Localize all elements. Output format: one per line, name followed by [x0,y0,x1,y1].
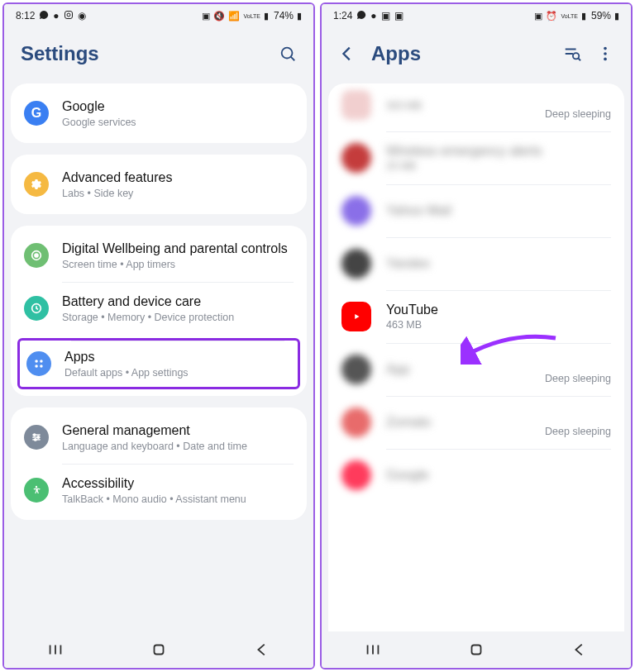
svg-line-26 [578,59,580,61]
status-badge: Deep sleeping [545,108,611,120]
android-navbar [322,631,631,668]
svg-point-10 [35,365,38,368]
app-row[interactable]: Yandex [328,237,624,290]
volte-icon: VoLTE [561,13,578,19]
app-icon [341,196,371,226]
chat-icon: ● [53,10,59,21]
wifi-icon: 📶 [228,11,240,21]
apps-header: Apps [322,27,631,83]
apps-icon [26,351,51,376]
instagram-icon [64,10,74,22]
app-row[interactable]: Zomato Deep sleeping [328,396,624,449]
settings-item-battery-care[interactable]: Battery and device care Storage • Memory… [11,282,307,335]
gear-icon [24,172,49,197]
image-icon: ▣ [394,10,403,21]
home-button[interactable] [150,641,168,659]
accessibility-icon [24,478,49,503]
device-care-icon [24,296,49,321]
app-icon [341,249,371,279]
google-icon: G [24,101,49,126]
settings-item-apps[interactable]: Apps Default apps • App settings [17,338,300,389]
svg-point-15 [34,434,36,436]
signal-icon: ▮ [581,11,586,21]
svg-point-25 [573,53,579,59]
battery-text: 74% [274,10,294,21]
whatsapp-icon [39,10,49,22]
svg-point-27 [604,47,607,50]
settings-item-google[interactable]: G Google Google services [11,87,307,140]
svg-point-16 [37,436,39,438]
svg-rect-22 [154,646,163,655]
status-badge: Deep sleeping [545,373,611,384]
home-button[interactable] [467,641,485,659]
recents-button[interactable] [46,641,64,659]
wellbeing-icon [24,243,49,268]
app-row[interactable]: Wireless emergency alerts 25 MB [328,131,624,184]
chat-icon: ● [370,10,376,21]
svg-point-28 [604,52,607,55]
svg-point-11 [40,365,43,368]
svg-point-6 [35,254,38,257]
nfc-icon: ▣ [202,11,210,21]
app-size: 463 MB [386,319,611,331]
svg-line-3 [291,57,295,61]
phone-apps: 1:24 ● ▣ ▣ ▣ ⏰ VoLTE ▮ 59% ▮ Apps [320,2,633,670]
sliders-icon [24,425,49,450]
app-icon [341,143,371,173]
mute-icon: 🔇 [213,11,225,21]
settings-item-accessibility[interactable]: Accessibility TalkBack • Mono audio • As… [11,464,307,517]
svg-point-1 [67,13,70,17]
status-time: 1:24 [333,10,352,21]
battery-icon: ▮ [614,11,619,21]
alarm-icon: ⏰ [546,11,557,21]
svg-point-18 [36,486,37,488]
android-navbar [4,631,313,668]
phone-settings: 8:12 ● ◉ ▣ 🔇 📶 VoLTE ▮ 74% ▮ Settings [2,2,315,670]
statusbar: 8:12 ● ◉ ▣ 🔇 📶 VoLTE ▮ 74% ▮ [4,4,313,27]
svg-point-29 [604,58,607,61]
back-button[interactable] [571,641,589,659]
volte-icon: VoLTE [243,13,260,19]
app-icon [341,407,371,437]
back-icon[interactable] [338,45,356,63]
svg-point-2 [282,48,293,59]
settings-item-digital-wellbeing[interactable]: Digital Wellbeing and parental controls … [11,229,307,282]
app-icon [341,355,371,384]
settings-header: Settings [4,27,313,83]
search-icon[interactable] [279,45,297,63]
camera-icon: ◉ [78,10,86,21]
nfc-icon: ▣ [534,11,542,21]
svg-point-17 [35,439,36,441]
battery-icon: ▮ [297,11,302,21]
app-icon [341,90,371,120]
svg-point-8 [35,360,38,363]
statusbar: 1:24 ● ▣ ▣ ▣ ⏰ VoLTE ▮ 59% ▮ [322,4,631,27]
settings-content: G Google Google services Advanced featur… [4,83,313,631]
filter-search-icon[interactable] [563,45,581,63]
app-name: YouTube [386,303,611,317]
app-row[interactable]: App Deep sleeping [328,343,624,396]
app-row[interactable]: Google [328,449,624,502]
app-icon [341,460,371,490]
page-title: Settings [21,42,99,65]
svg-point-9 [40,360,43,363]
status-badge: Deep sleeping [545,426,611,437]
settings-item-advanced-features[interactable]: Advanced features Labs • Side key [11,158,307,211]
settings-item-general-management[interactable]: General management Language and keyboard… [11,411,307,464]
apps-content: 303 MB Deep sleeping Wireless emergency … [322,83,631,631]
back-button[interactable] [253,641,271,659]
more-icon[interactable] [596,45,614,63]
whatsapp-icon [356,10,366,22]
app-row[interactable]: 303 MB Deep sleeping [328,87,624,131]
youtube-icon [341,302,371,331]
battery-text: 59% [591,10,611,21]
status-time: 8:12 [16,10,35,21]
svg-rect-0 [64,11,72,18]
svg-rect-35 [471,646,480,655]
app-row[interactable]: Yahoo Mail [328,184,624,237]
app-row-youtube[interactable]: YouTube 463 MB [328,290,624,343]
check-icon: ▣ [381,10,390,21]
recents-button[interactable] [364,641,382,659]
page-title: Apps [371,42,421,65]
svg-marker-30 [355,314,359,319]
